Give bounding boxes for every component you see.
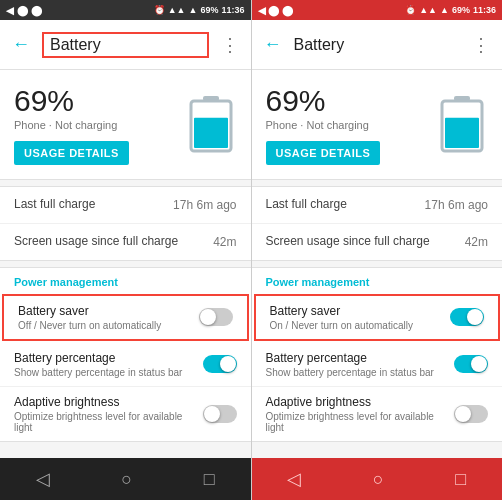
alarm-icon: ⏰ bbox=[154, 5, 165, 15]
setting-row-battery-percentage[interactable]: Battery percentage Show battery percenta… bbox=[252, 343, 503, 387]
toggle-adaptive-brightness[interactable] bbox=[454, 405, 488, 423]
battery-status-icon: 69% bbox=[200, 5, 218, 15]
back-button[interactable]: ← bbox=[8, 30, 34, 59]
time-display: 11:36 bbox=[473, 5, 496, 15]
battery-percentage-display: 69% bbox=[14, 84, 185, 117]
info-value-0: 17h 6m ago bbox=[173, 198, 236, 212]
top-bar: ← Battery ⋮ bbox=[0, 20, 251, 70]
more-options-icon[interactable]: ⋮ bbox=[468, 30, 494, 60]
power-management-section: Power management Battery saver Off / Nev… bbox=[0, 267, 251, 442]
back-button[interactable]: ← bbox=[260, 30, 286, 59]
screen-right: ◀ ⬤ ⬤ ⏰ ▲▲ ▲ 69% 11:36 ← Battery ⋮ 69% P… bbox=[252, 0, 503, 500]
setting-title-battery-percentage: Battery percentage bbox=[266, 351, 455, 365]
toggle-knob-battery-percentage bbox=[220, 356, 236, 372]
toggle-adaptive-brightness[interactable] bbox=[203, 405, 237, 423]
svg-rect-2 bbox=[194, 117, 228, 147]
svg-rect-5 bbox=[445, 117, 479, 147]
battery-main-section: 69% Phone · Not charging USAGE DETAILS bbox=[0, 70, 251, 180]
toggle-knob-adaptive-brightness bbox=[204, 406, 220, 422]
setting-info-battery-saver: Battery saver On / Never turn on automat… bbox=[270, 304, 451, 331]
setting-subtitle-adaptive-brightness: Optimize brightness level for available … bbox=[14, 411, 203, 433]
power-section-header: Power management bbox=[252, 268, 503, 292]
back-nav-icon[interactable]: ◁ bbox=[281, 462, 307, 496]
main-screens: ◀ ⬤ ⬤ ⏰ ▲▲ ▲ 69% 11:36 ← Battery ⋮ 69% P… bbox=[0, 0, 502, 500]
info-section: Last full charge 17h 6m ago Screen usage… bbox=[0, 186, 251, 261]
top-bar: ← Battery ⋮ bbox=[252, 20, 503, 70]
wifi-icon: ▲ bbox=[440, 5, 449, 15]
status-left-icons: ◀ ⬤ ⬤ bbox=[6, 5, 42, 16]
page-title: Battery bbox=[42, 32, 209, 58]
setting-info-battery-saver: Battery saver Off / Never turn on automa… bbox=[18, 304, 199, 331]
info-label-1: Screen usage since full charge bbox=[14, 234, 205, 250]
setting-info-adaptive-brightness: Adaptive brightness Optimize brightness … bbox=[266, 395, 455, 433]
info-value-1: 42m bbox=[213, 235, 236, 249]
toggle-knob-battery-percentage bbox=[471, 356, 487, 372]
setting-subtitle-battery-saver: On / Never turn on automatically bbox=[270, 320, 451, 331]
setting-title-battery-saver: Battery saver bbox=[18, 304, 199, 318]
usage-details-button[interactable]: USAGE DETAILS bbox=[14, 141, 129, 165]
info-label-1: Screen usage since full charge bbox=[266, 234, 457, 250]
toggle-knob-battery-saver bbox=[467, 309, 483, 325]
setting-subtitle-battery-saver: Off / Never turn on automatically bbox=[18, 320, 199, 331]
info-label-0: Last full charge bbox=[14, 197, 165, 213]
info-row-0: Last full charge 17h 6m ago bbox=[0, 187, 251, 224]
info-row-0: Last full charge 17h 6m ago bbox=[252, 187, 503, 224]
recents-nav-icon[interactable]: □ bbox=[449, 463, 472, 496]
toggle-knob-adaptive-brightness bbox=[455, 406, 471, 422]
battery-percentage-display: 69% bbox=[266, 84, 437, 117]
home-nav-icon[interactable]: ○ bbox=[367, 463, 390, 496]
setting-info-adaptive-brightness: Adaptive brightness Optimize brightness … bbox=[14, 395, 203, 433]
toggle-battery-saver[interactable] bbox=[199, 308, 233, 326]
home-nav-icon[interactable]: ○ bbox=[115, 463, 138, 496]
info-section: Last full charge 17h 6m ago Screen usage… bbox=[252, 186, 503, 261]
status-left-icons: ◀ ⬤ ⬤ bbox=[258, 5, 294, 16]
setting-row-battery-percentage[interactable]: Battery percentage Show battery percenta… bbox=[0, 343, 251, 387]
setting-title-adaptive-brightness: Adaptive brightness bbox=[266, 395, 455, 409]
page-title: Battery bbox=[294, 36, 461, 54]
battery-icon bbox=[436, 95, 488, 155]
signal-icon: ▲▲ bbox=[168, 5, 186, 15]
battery-info: 69% Phone · Not charging USAGE DETAILS bbox=[14, 84, 185, 165]
battery-charging-status: Phone · Not charging bbox=[266, 119, 437, 131]
battery-charging-status: Phone · Not charging bbox=[14, 119, 185, 131]
info-value-0: 17h 6m ago bbox=[425, 198, 488, 212]
battery-main-section: 69% Phone · Not charging USAGE DETAILS bbox=[252, 70, 503, 180]
wifi-icon: ▲ bbox=[189, 5, 198, 15]
setting-title-battery-saver: Battery saver bbox=[270, 304, 451, 318]
time-display: 11:36 bbox=[221, 5, 244, 15]
info-row-1: Screen usage since full charge 42m bbox=[252, 224, 503, 260]
power-section-header: Power management bbox=[0, 268, 251, 292]
setting-info-battery-percentage: Battery percentage Show battery percenta… bbox=[266, 351, 455, 378]
signal-icon: ▲▲ bbox=[419, 5, 437, 15]
setting-subtitle-adaptive-brightness: Optimize brightness level for available … bbox=[266, 411, 455, 433]
toggle-knob-battery-saver bbox=[200, 309, 216, 325]
toggle-battery-percentage[interactable] bbox=[454, 355, 488, 373]
info-row-1: Screen usage since full charge 42m bbox=[0, 224, 251, 260]
setting-row-adaptive-brightness[interactable]: Adaptive brightness Optimize brightness … bbox=[252, 387, 503, 441]
setting-info-battery-percentage: Battery percentage Show battery percenta… bbox=[14, 351, 203, 378]
info-value-1: 42m bbox=[465, 235, 488, 249]
bottom-nav: ◁ ○ □ bbox=[0, 458, 251, 500]
setting-row-battery-saver[interactable]: Battery saver On / Never turn on automat… bbox=[254, 294, 501, 341]
toggle-battery-saver[interactable] bbox=[450, 308, 484, 326]
more-options-icon[interactable]: ⋮ bbox=[217, 30, 243, 60]
alarm-icon: ⏰ bbox=[405, 5, 416, 15]
bottom-nav: ◁ ○ □ bbox=[252, 458, 503, 500]
usage-details-button[interactable]: USAGE DETAILS bbox=[266, 141, 381, 165]
battery-icon bbox=[185, 95, 237, 155]
status-bar: ◀ ⬤ ⬤ ⏰ ▲▲ ▲ 69% 11:36 bbox=[252, 0, 503, 20]
spacer bbox=[252, 442, 503, 458]
screen-left: ◀ ⬤ ⬤ ⏰ ▲▲ ▲ 69% 11:36 ← Battery ⋮ 69% P… bbox=[0, 0, 252, 500]
setting-subtitle-battery-percentage: Show battery percentage in status bar bbox=[266, 367, 455, 378]
status-right-icons: ⏰ ▲▲ ▲ 69% 11:36 bbox=[154, 5, 245, 15]
setting-subtitle-battery-percentage: Show battery percentage in status bar bbox=[14, 367, 203, 378]
status-bar: ◀ ⬤ ⬤ ⏰ ▲▲ ▲ 69% 11:36 bbox=[0, 0, 251, 20]
setting-row-adaptive-brightness[interactable]: Adaptive brightness Optimize brightness … bbox=[0, 387, 251, 441]
back-nav-icon[interactable]: ◁ bbox=[30, 462, 56, 496]
toggle-battery-percentage[interactable] bbox=[203, 355, 237, 373]
setting-title-adaptive-brightness: Adaptive brightness bbox=[14, 395, 203, 409]
setting-row-battery-saver[interactable]: Battery saver Off / Never turn on automa… bbox=[2, 294, 249, 341]
recents-nav-icon[interactable]: □ bbox=[198, 463, 221, 496]
spacer bbox=[0, 442, 251, 458]
status-right-icons: ⏰ ▲▲ ▲ 69% 11:36 bbox=[405, 5, 496, 15]
